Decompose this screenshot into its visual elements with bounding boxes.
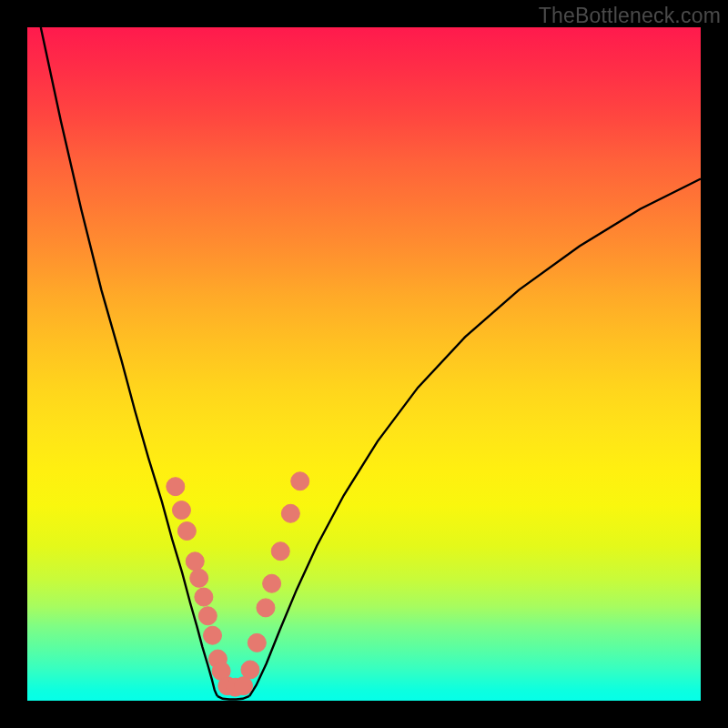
curve-left-branch <box>41 27 217 696</box>
curve-bead <box>167 478 185 496</box>
curve-bead <box>281 504 299 522</box>
chart-frame: TheBottleneck.com <box>0 0 728 728</box>
curve-bead <box>204 626 222 644</box>
gradient-plot-area <box>27 27 701 701</box>
curve-beads <box>167 472 309 696</box>
curve-bead <box>257 599 275 617</box>
curve-bead <box>186 552 204 571</box>
attribution-watermark: TheBottleneck.com <box>539 4 721 28</box>
curve-bead <box>195 588 213 606</box>
curve-bead <box>241 661 259 679</box>
curve-bead <box>172 501 190 520</box>
curve-bead <box>235 677 253 695</box>
curve-bead <box>271 542 289 561</box>
curve-bead <box>291 472 309 490</box>
curve-right-branch <box>249 179 701 696</box>
curve-bead <box>248 633 266 652</box>
curve-bead <box>198 607 217 625</box>
curve-bead <box>190 569 208 587</box>
curve-bead <box>177 522 196 541</box>
curve-bead <box>263 574 281 592</box>
curve-layer <box>27 27 701 701</box>
